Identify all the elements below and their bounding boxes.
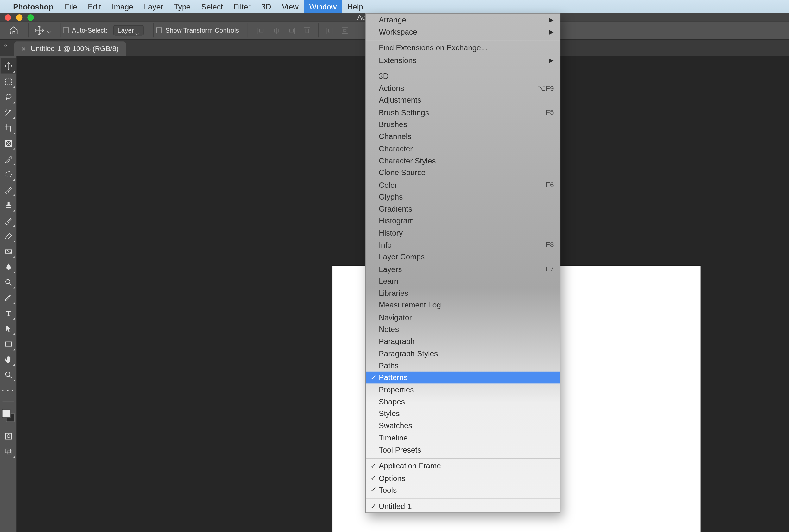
menu-item-gradients[interactable]: Gradients — [366, 203, 560, 215]
menu-item-properties[interactable]: Properties — [366, 383, 560, 396]
brush-tool[interactable] — [1, 182, 16, 197]
expand-panels-icon[interactable]: ›› — [3, 42, 7, 48]
menu-item-tools[interactable]: ✓Tools — [366, 484, 560, 496]
menu-item-tool-presets[interactable]: Tool Presets — [366, 444, 560, 456]
frame-tool[interactable] — [1, 135, 16, 151]
menu-item-notes[interactable]: Notes — [366, 323, 560, 335]
menu-view[interactable]: View — [276, 0, 304, 13]
hand-tool[interactable] — [1, 352, 16, 367]
menu-shortcut: F7 — [545, 265, 554, 273]
menu-item-layer-comps[interactable]: Layer Comps — [366, 251, 560, 263]
menu-type[interactable]: Type — [169, 0, 196, 13]
menu-item-histogram[interactable]: Histogram — [366, 215, 560, 227]
menu-item-info[interactable]: InfoF8 — [366, 239, 560, 251]
menu-select[interactable]: Select — [196, 0, 228, 13]
menu-item-adjustments[interactable]: Adjustments — [366, 94, 560, 107]
menu-item-measurement-log[interactable]: Measurement Log — [366, 299, 560, 311]
menu-3d[interactable]: 3D — [256, 0, 276, 13]
color-swatches[interactable] — [2, 409, 15, 422]
checkbox-icon[interactable] — [156, 27, 162, 33]
close-tab-icon[interactable]: × — [21, 44, 26, 53]
eyedropper-tool[interactable] — [1, 151, 16, 166]
menu-item-learn[interactable]: Learn — [366, 275, 560, 287]
menu-help[interactable]: Help — [342, 0, 368, 13]
pen-tool[interactable] — [1, 290, 16, 305]
align-hcenter-icon[interactable] — [269, 23, 283, 37]
align-left-icon[interactable] — [254, 23, 268, 37]
menu-item-layers[interactable]: LayersF7 — [366, 263, 560, 275]
menu-item-shapes[interactable]: Shapes — [366, 396, 560, 407]
menu-item-brushes[interactable]: Brushes — [366, 118, 560, 131]
distribute-h-icon[interactable] — [322, 23, 336, 37]
auto-select-target-dropdown[interactable]: Layer — [113, 25, 144, 36]
menu-item-paths[interactable]: Paths — [366, 359, 560, 372]
menu-item-styles[interactable]: Styles — [366, 407, 560, 420]
tool-preset-chevron-icon[interactable]: ⌵ — [47, 26, 52, 35]
crop-tool[interactable] — [1, 120, 16, 135]
menu-item-swatches[interactable]: Swatches — [366, 420, 560, 432]
menu-item-glyphs[interactable]: Glyphs — [366, 191, 560, 203]
menu-item-3d[interactable]: 3D — [366, 70, 560, 82]
gradient-tool[interactable] — [1, 244, 16, 259]
close-window-button[interactable] — [5, 14, 12, 21]
blur-tool[interactable] — [1, 259, 16, 274]
magic-wand-tool[interactable] — [1, 104, 16, 120]
move-tool-icon[interactable] — [31, 25, 47, 36]
align-right-icon[interactable] — [285, 23, 299, 37]
path-select-tool[interactable] — [1, 321, 16, 336]
menu-item-color[interactable]: ColorF6 — [366, 178, 560, 191]
menu-item-workspace[interactable]: Workspace▶ — [366, 26, 560, 38]
menu-item-patterns[interactable]: ✓Patterns — [366, 372, 560, 383]
maximize-window-button[interactable] — [27, 14, 34, 21]
menu-item-options[interactable]: ✓Options — [366, 472, 560, 484]
auto-select-checkbox[interactable]: Auto-Select: — [63, 26, 107, 34]
menu-file[interactable]: File — [59, 0, 82, 13]
menu-item-character[interactable]: Character — [366, 142, 560, 154]
menu-edit[interactable]: Edit — [82, 0, 107, 13]
minimize-window-button[interactable] — [16, 14, 23, 21]
menu-item-navigator[interactable]: Navigator — [366, 311, 560, 323]
submenu-arrow-icon: ▶ — [549, 17, 554, 23]
marquee-tool[interactable] — [1, 74, 16, 89]
show-transform-checkbox[interactable]: Show Transform Controls — [156, 26, 239, 34]
quick-mask-button[interactable] — [1, 428, 16, 444]
distribute-v-icon[interactable] — [338, 23, 352, 37]
menu-image[interactable]: Image — [107, 0, 139, 13]
checkbox-icon[interactable] — [63, 27, 69, 33]
menu-item-brush-settings[interactable]: Brush SettingsF5 — [366, 107, 560, 118]
type-tool[interactable] — [1, 305, 16, 321]
edit-toolbar-button[interactable]: ··· — [1, 382, 16, 398]
menu-item-timeline[interactable]: Timeline — [366, 432, 560, 444]
menu-item-character-styles[interactable]: Character Styles — [366, 154, 560, 167]
menu-item-paragraph-styles[interactable]: Paragraph Styles — [366, 347, 560, 359]
menu-filter[interactable]: Filter — [228, 0, 256, 13]
screen-mode-button[interactable] — [1, 444, 16, 459]
history-brush-tool[interactable] — [1, 212, 16, 228]
dodge-tool[interactable] — [1, 274, 16, 290]
menu-item-channels[interactable]: Channels — [366, 131, 560, 142]
menu-item-clone-source[interactable]: Clone Source — [366, 167, 560, 178]
menu-item-actions[interactable]: Actions⌥F9 — [366, 82, 560, 94]
app-name[interactable]: Photoshop — [13, 2, 53, 11]
menu-item-application-frame[interactable]: ✓Application Frame — [366, 460, 560, 472]
align-top-icon[interactable] — [300, 23, 314, 37]
spot-heal-tool[interactable] — [1, 166, 16, 182]
rectangle-tool[interactable] — [1, 336, 16, 352]
move-tool[interactable] — [1, 58, 16, 74]
menu-item-arrange[interactable]: Arrange▶ — [366, 14, 560, 26]
lasso-tool[interactable] — [1, 89, 16, 104]
menu-item-extensions[interactable]: Extensions▶ — [366, 54, 560, 66]
document-tab[interactable]: × Untitled-1 @ 100% (RGB/8) — [14, 41, 126, 56]
foreground-color-swatch[interactable] — [2, 409, 11, 418]
menu-item-libraries[interactable]: Libraries — [366, 287, 560, 299]
eraser-tool[interactable] — [1, 228, 16, 244]
home-button[interactable] — [5, 21, 22, 39]
menu-layer[interactable]: Layer — [139, 0, 169, 13]
zoom-tool[interactable] — [1, 367, 16, 382]
menu-item-paragraph[interactable]: Paragraph — [366, 335, 560, 347]
menu-item-find-extensions-on-exchange[interactable]: Find Extensions on Exchange... — [366, 42, 560, 54]
menu-item-history[interactable]: History — [366, 227, 560, 239]
menu-window[interactable]: Window — [304, 0, 342, 13]
menu-item-untitled-1[interactable]: ✓Untitled-1 — [366, 500, 560, 512]
stamp-tool[interactable] — [1, 197, 16, 213]
